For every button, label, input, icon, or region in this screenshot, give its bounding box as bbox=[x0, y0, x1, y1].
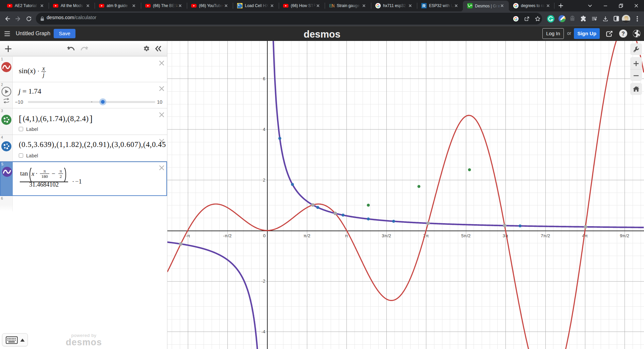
svg-text:4: 4 bbox=[263, 127, 265, 132]
svg-text:5π/2: 5π/2 bbox=[461, 233, 471, 238]
svg-text:N: N bbox=[332, 3, 335, 8]
svg-text:9π/2: 9π/2 bbox=[620, 233, 629, 238]
svg-text:3π: 3π bbox=[503, 233, 508, 238]
svg-text:7π/2: 7π/2 bbox=[541, 233, 550, 238]
svg-text:2: 2 bbox=[263, 178, 265, 183]
svg-text:6: 6 bbox=[263, 76, 265, 81]
svg-text:?: ? bbox=[622, 31, 625, 37]
svg-text:R: R bbox=[422, 3, 426, 8]
svg-text:-4: -4 bbox=[261, 329, 265, 334]
svg-text:0: 0 bbox=[263, 233, 266, 238]
svg-text:-2: -2 bbox=[261, 279, 265, 284]
svg-text:3π/2: 3π/2 bbox=[382, 233, 391, 238]
svg-text:π/2: π/2 bbox=[304, 233, 311, 238]
svg-text:π: π bbox=[345, 233, 348, 238]
svg-text:-π/2: -π/2 bbox=[223, 233, 231, 238]
